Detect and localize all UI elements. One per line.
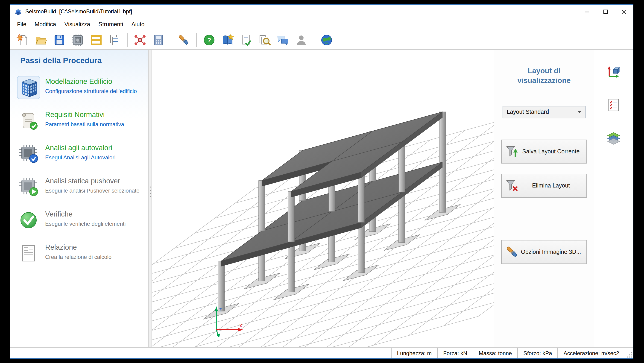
menu-visualizza[interactable]: Visualizza <box>60 19 94 30</box>
step-analisi-pushover[interactable]: Analisi statica pushover Esegui le anali… <box>10 176 148 198</box>
step-link[interactable]: Parametri basati sulla normativa <box>45 121 141 128</box>
procedure-sidebar: Passi della Procedura <box>10 50 148 347</box>
support-button[interactable] <box>292 32 310 48</box>
menu-strumenti[interactable]: Strumenti <box>94 19 127 30</box>
website-button[interactable] <box>318 32 335 48</box>
step-title[interactable]: Modellazione Edificio <box>45 78 141 86</box>
report-doc-icon <box>18 242 40 264</box>
network-icon <box>134 34 146 46</box>
window-title: SeismoBuild [C:\SeismoBuild\Tutorial1.bp… <box>25 8 132 15</box>
tutorial-button[interactable] <box>219 32 236 48</box>
funnel-delete-icon <box>505 178 519 192</box>
step-relazione[interactable]: Relazione Crea la relazione di calcolo <box>10 242 148 264</box>
book-star-icon <box>221 34 234 46</box>
plot-options-button[interactable] <box>175 32 192 48</box>
help-icon: ? <box>203 34 216 46</box>
forum-button[interactable] <box>274 32 292 48</box>
user-silhouette-icon <box>295 34 308 46</box>
viewport-3d[interactable]: z x <box>152 50 494 347</box>
frame-section-button[interactable] <box>88 32 105 48</box>
resize-grip-icon <box>626 352 633 358</box>
chip-check-icon <box>18 143 40 165</box>
toolbar-separator <box>127 33 128 47</box>
building-model[interactable] <box>204 112 461 319</box>
save-layout-button[interactable]: Salva Layout Corrente <box>501 139 587 163</box>
chip-play-icon <box>18 176 40 198</box>
save-layout-label: Salva Layout Corrente <box>519 148 583 154</box>
save-project-button[interactable] <box>51 32 68 48</box>
report-button[interactable] <box>106 32 124 48</box>
delete-layout-button[interactable]: Elimina Layout <box>501 174 587 198</box>
check-updates-button[interactable] <box>237 32 255 48</box>
axes-3d-icon <box>606 64 621 79</box>
menu-aiuto[interactable]: Aiuto <box>127 19 149 30</box>
desktop: SeismoBuild [C:\SeismoBuild\Tutorial1.bp… <box>0 0 644 363</box>
calculator-icon <box>152 34 165 46</box>
layers-button[interactable] <box>604 129 623 148</box>
layout-title-line2: visualizzazione <box>517 76 570 86</box>
step-link[interactable]: Esegui le verifiche degli elementi <box>45 220 141 228</box>
layout-panel-title: Layout di visualizzazione <box>517 66 570 86</box>
building-modeller-button[interactable] <box>69 32 86 48</box>
layout-dropdown[interactable]: Layout Standard <box>502 106 586 118</box>
chevron-down-icon <box>578 111 581 113</box>
sidebar-title: Passi della Procedura <box>10 56 148 66</box>
step-title[interactable]: Analisi agli autovalori <box>45 144 141 152</box>
analysis-settings-button[interactable] <box>131 32 149 48</box>
status-length-unit: Lunghezza: m <box>391 348 438 358</box>
maximize-button[interactable] <box>596 4 614 18</box>
paintbrush-icon <box>177 34 190 46</box>
step-title[interactable]: Requisiti Normativi <box>45 110 141 119</box>
3d-image-options-label: Opzioni Immagine 3D... <box>519 248 583 255</box>
checks-list-button[interactable] <box>604 96 623 114</box>
new-project-button[interactable] <box>14 32 31 48</box>
calculator-button[interactable] <box>150 32 167 48</box>
title-bar: SeismoBuild [C:\SeismoBuild\Tutorial1.bp… <box>10 4 633 18</box>
save-floppy-icon <box>53 34 66 46</box>
chat-bubbles-icon <box>276 34 289 46</box>
toolbar-separator <box>314 33 314 47</box>
layout-title-line1: Layout di <box>517 66 570 76</box>
toolbar-separator <box>196 33 197 47</box>
step-analisi-autovalori[interactable]: Analisi agli autovalori Esegui Analisi a… <box>10 143 148 165</box>
page-check-icon <box>240 34 252 46</box>
step-modellazione-edificio[interactable]: Modellazione Edificio Configurazione str… <box>10 76 148 98</box>
help-button[interactable]: ? <box>200 32 218 48</box>
axis-x-label: x <box>240 322 242 328</box>
deformed-shape-button[interactable] <box>604 63 623 81</box>
open-project-button[interactable] <box>32 32 50 48</box>
close-button[interactable] <box>614 4 633 18</box>
panel-splitter[interactable] <box>148 50 152 347</box>
funnel-save-icon <box>505 144 519 158</box>
toolbar-separator <box>171 33 171 47</box>
globe-icon <box>320 34 333 46</box>
close-icon <box>621 9 626 14</box>
step-title[interactable]: Relazione <box>45 243 141 252</box>
layout-panel: Layout di visualizzazione Layout Standar… <box>494 50 594 347</box>
menu-bar: File Modifica Visualizza Strumenti Aiuto <box>10 18 633 30</box>
step-title[interactable]: Verifiche <box>45 210 141 218</box>
building-icon <box>18 76 40 98</box>
step-requisiti-normativi[interactable]: Requisiti Normativi Parametri basati sul… <box>10 110 148 132</box>
menu-file[interactable]: File <box>13 19 30 30</box>
model-3d-scene[interactable]: z x <box>152 50 494 347</box>
new-file-icon <box>16 34 29 46</box>
step-verifiche[interactable]: Verifiche Esegui le verifiche degli elem… <box>10 209 148 231</box>
resize-grip[interactable] <box>625 348 633 358</box>
checklist-icon <box>606 98 621 112</box>
frame-icon <box>90 34 103 46</box>
step-link[interactable]: Configurazione strutturale dell'edificio <box>45 88 141 95</box>
search-docs-button[interactable] <box>256 32 273 48</box>
layout-dropdown-value: Layout Standard <box>507 109 549 115</box>
minimize-button[interactable] <box>578 4 596 18</box>
step-link[interactable]: Crea la relazione di calcolo <box>45 253 141 261</box>
minimize-icon <box>584 9 590 14</box>
status-stress-unit: Sforzo: kPa <box>517 348 558 358</box>
step-link[interactable]: Esegui le analisi Pushover selezionate <box>45 187 141 194</box>
step-title[interactable]: Analisi statica pushover <box>45 177 141 185</box>
menu-modifica[interactable]: Modifica <box>30 19 60 30</box>
toolbar: ? <box>10 30 633 50</box>
3d-image-options-button[interactable]: Opzioni Immagine 3D... <box>501 240 587 264</box>
svg-text:?: ? <box>207 36 211 44</box>
step-link[interactable]: Esegui Analisi agli Autovalori <box>45 154 141 161</box>
